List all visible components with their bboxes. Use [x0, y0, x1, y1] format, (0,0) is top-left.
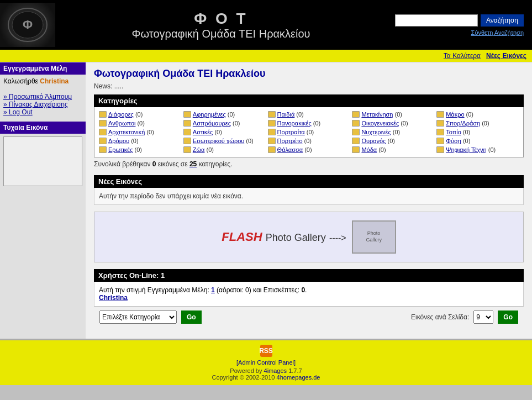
category-link[interactable]: Ζώα	[193, 146, 205, 153]
summary-cats-link[interactable]: 25	[189, 160, 197, 168]
category-link[interactable]: Νυχτερινές	[361, 129, 391, 135]
folder-icon	[436, 138, 444, 144]
advanced-search-link[interactable]: Σύνθετη Αναζήτηση	[471, 29, 524, 36]
category-link[interactable]: Πανορακικές	[277, 120, 312, 127]
sidebar-link-profile[interactable]: » Προσωπικό Άλμπουμ	[3, 93, 82, 101]
category-link[interactable]: Αφηρημένες	[193, 111, 226, 118]
cat-count: (0)	[482, 120, 489, 127]
cat-count: (0)	[304, 146, 312, 153]
cat-count: (0)	[135, 146, 142, 153]
category-link[interactable]: Ανθρωποι	[108, 120, 135, 127]
category-item: Δρόμου(0)	[98, 137, 182, 145]
cat-count: (0)	[206, 146, 213, 153]
flash-gallery-text: FLASH Photo Gallery ---->	[222, 230, 346, 244]
category-link[interactable]: Ερωτικές	[108, 146, 133, 153]
category-item: Πορτραίτα(0)	[267, 128, 351, 136]
category-link[interactable]: Μόδα	[361, 146, 377, 153]
folder-icon	[183, 146, 191, 153]
rss-icon[interactable]: RSS	[260, 345, 272, 357]
cat-count: (0)	[228, 111, 235, 118]
folder-icon	[436, 129, 444, 135]
per-page-go-button[interactable]: Go	[498, 310, 518, 324]
category-link[interactable]: Μάκρο	[446, 111, 464, 118]
cat-count: (0)	[463, 129, 470, 135]
admin-control-panel-link[interactable]: [Admin Control Panel]	[236, 359, 296, 366]
online-username[interactable]: Christina	[99, 294, 128, 302]
category-link[interactable]: Ασπρόμαυρες	[193, 120, 231, 127]
category-link[interactable]: Οικογενειακές	[361, 120, 399, 127]
category-link[interactable]: Πορτραίτα	[277, 129, 305, 135]
category-item: Πορτρέτο(0)	[267, 137, 351, 145]
category-link[interactable]: Μετακίνηση	[361, 111, 393, 118]
header-subtitle: Φωτογραφική Ομάδα ΤΕΙ Ηρακλείου	[131, 28, 310, 40]
cat-count: (0)	[296, 111, 303, 118]
online-count[interactable]: 1	[211, 286, 215, 294]
sidebar-link-logout[interactable]: » Log Out	[3, 108, 82, 116]
categories-header: Κατηγορίες	[94, 94, 524, 107]
category-link[interactable]: Παιδιά	[277, 111, 295, 118]
category-select[interactable]: Επιλέξτε ΚατηγορίαΔιάφορεςΑφηρημένεςΠαιδ…	[99, 310, 177, 324]
folder-icon	[183, 129, 191, 135]
folder-icon	[352, 129, 360, 135]
category-link[interactable]: Πορτρέτο	[277, 138, 303, 144]
category-link[interactable]: Τοπίο	[446, 129, 461, 135]
flash-gallery-box[interactable]: FLASH Photo Gallery ----> PhotoGallery	[94, 212, 524, 262]
category-item: Πανορακικές(0)	[267, 119, 351, 127]
sidebar-link-control[interactable]: » Πίνακας Διαχείρισης	[3, 101, 82, 108]
categories-table: Διάφορες(0)Αφηρημένες(0)Παιδιά(0)Μετακίν…	[94, 107, 524, 157]
flash-thumbnail[interactable]: PhotoGallery	[352, 220, 396, 254]
folder-icon	[99, 111, 107, 118]
online-users-content: Αυτή την στιγμή Εγγεγραμμένα Μέλη: 1 (αό…	[94, 282, 524, 307]
online-users-section: Χρήστες On-Line: 1 Αυτή την στιγμή Εγγεγ…	[94, 269, 524, 307]
cat-count: (0)	[401, 120, 408, 127]
folder-icon	[436, 146, 444, 153]
category-item: Ανθρωποι(0)	[98, 119, 182, 127]
category-item: Σπορ/Δράση(0)	[435, 119, 520, 127]
search-input[interactable]	[395, 14, 478, 27]
category-link[interactable]: Εσωτερικού χώρου	[193, 138, 245, 144]
category-link[interactable]: Θάλασσα	[277, 146, 303, 153]
4images-link[interactable]: 4images	[264, 367, 287, 374]
folder-icon	[268, 146, 276, 153]
category-link[interactable]: Αστικές	[193, 129, 213, 135]
category-go-button[interactable]: Go	[181, 310, 202, 324]
category-link[interactable]: Ψηφιακή Τέχνη	[446, 146, 487, 153]
folder-icon	[183, 138, 191, 144]
category-link[interactable]: Αρχιτεκτονική	[108, 129, 145, 135]
flash-word: FLASH	[222, 230, 262, 244]
sidebar-members-content: Καλωσήρθε Christina » Προσωπικό Άλμπουμ …	[0, 75, 86, 119]
cat-count: (0)	[463, 138, 470, 144]
cat-count: (0)	[304, 138, 312, 144]
folder-icon	[352, 138, 360, 144]
folder-icon	[99, 146, 107, 153]
cat-count: (0)	[146, 129, 154, 135]
cat-count: (0)	[233, 120, 240, 127]
cat-count: (0)	[388, 138, 395, 144]
category-item: Εσωτερικού χώρου(0)	[182, 137, 267, 145]
per-page-select[interactable]: 9121620	[473, 310, 493, 324]
search-box: Αναζήτηση	[395, 14, 524, 27]
category-link[interactable]: Σπορ/Δράση	[446, 120, 480, 127]
category-item: Νυχτερινές(0)	[351, 128, 435, 136]
bottom-bar: Επιλέξτε ΚατηγορίαΔιάφορεςΑφηρημένεςΠαιδ…	[94, 307, 524, 327]
category-item: Οικογενειακές(0)	[351, 119, 435, 127]
category-link[interactable]: Διάφορες	[108, 111, 134, 118]
cat-count: (0)	[393, 129, 400, 135]
category-item: Φύση(0)	[435, 137, 520, 145]
search-button[interactable]: Αναζήτηση	[481, 14, 524, 27]
top-nav-best[interactable]: Τα Καλύτερα	[444, 52, 481, 60]
new-images-header: Νέες Εικόνες	[94, 175, 524, 188]
folder-icon	[436, 111, 444, 118]
cat-count: (0)	[394, 111, 402, 118]
4homepages-link[interactable]: 4homepages.de	[277, 374, 320, 381]
header: Φ Φ Ο Τ Φωτογραφική Ομάδα ΤΕΙ Ηρακλείου …	[0, 0, 532, 50]
flash-rest: Photo Gallery	[266, 232, 326, 243]
category-link[interactable]: Δρόμου	[108, 138, 129, 144]
folder-icon	[352, 146, 360, 153]
header-logo: Φ	[0, 3, 55, 47]
category-item: Ερωτικές(0)	[98, 146, 182, 154]
category-link[interactable]: Φύση	[446, 138, 461, 144]
category-link[interactable]: Ουρανός	[361, 138, 386, 144]
top-nav-new-images[interactable]: Νέες Εικόνες	[486, 52, 526, 60]
category-item: Διάφορες(0)	[98, 110, 182, 118]
